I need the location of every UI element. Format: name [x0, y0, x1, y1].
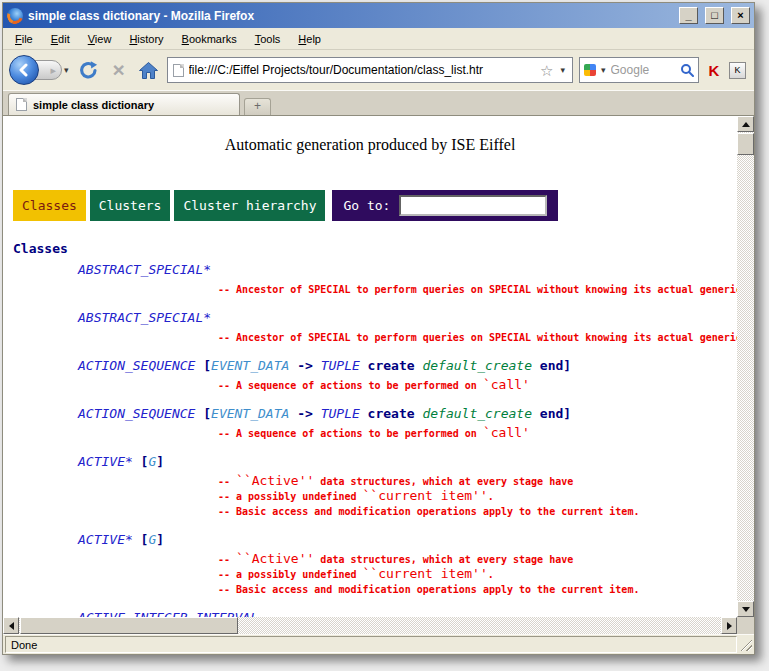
home-icon [138, 61, 159, 80]
keyword: -> [289, 406, 320, 421]
class-link[interactable]: ABSTRACT_SPECIAL* [78, 262, 211, 277]
class-entry-comment: -- Basic access and modification operati… [218, 500, 737, 515]
class-entry: ACTIVE* [G]-- ``Active'' data structures… [78, 454, 737, 515]
menu-history[interactable]: History [120, 30, 172, 48]
new-tab-button[interactable]: + [244, 98, 271, 115]
class-link[interactable]: ACTION_SEQUENCE [78, 406, 195, 421]
vertical-scroll-thumb[interactable] [737, 133, 754, 155]
class-entry-comment: -- a possibly undefined ``current item''… [218, 563, 737, 578]
stop-icon: × [112, 58, 124, 81]
class-entry-title: ACTION_SEQUENCE [EVENT_DATA -> TUPLE cre… [78, 358, 737, 374]
horizontal-scrollbar[interactable] [3, 617, 737, 634]
feature-link[interactable]: default_create [422, 406, 532, 421]
keyword: end] [532, 406, 571, 421]
class-link[interactable]: ACTIVE_INTEGER_INTERVAL [78, 610, 258, 617]
menu-edit[interactable]: Edit [42, 30, 79, 48]
class-link[interactable]: ABSTRACT_SPECIAL* [78, 310, 211, 325]
search-engine-caret[interactable]: ▾ [599, 65, 608, 75]
scroll-left-button[interactable] [3, 617, 19, 634]
title-bar: simple class dictionary - Mozilla Firefo… [3, 3, 754, 28]
class-entry: ACTION_SEQUENCE [EVENT_DATA -> TUPLE cre… [78, 358, 737, 389]
k-toolbar-button[interactable]: K [729, 62, 746, 79]
class-entry-comment: -- A sequence of actions to be performed… [218, 422, 737, 437]
class-entry: ABSTRACT_SPECIAL*-- Ancestor of SPECIAL … [78, 310, 737, 341]
classes-button[interactable]: Classes [13, 190, 86, 221]
menu-bookmarks[interactable]: Bookmarks [173, 30, 246, 48]
left-arrow-icon [9, 622, 14, 630]
class-entry-title: ACTION_SEQUENCE [EVENT_DATA -> TUPLE cre… [78, 406, 737, 422]
tab-label: simple class dictionary [33, 99, 154, 111]
status-bar: Done [3, 634, 754, 654]
generic-param[interactable]: EVENT_DATA [211, 358, 289, 373]
class-link[interactable]: ACTION_SEQUENCE [78, 358, 195, 373]
class-list: ABSTRACT_SPECIAL*-- Ancestor of SPECIAL … [13, 262, 737, 617]
horizontal-scroll-thumb[interactable] [20, 617, 238, 634]
url-text[interactable]: file:///C:/Eiffel Projects/tour/Document… [189, 63, 535, 77]
page-heading: Automatic generation produced by ISE Eif… [13, 136, 727, 154]
back-forward-cluster: ▸ ▾ [9, 55, 71, 85]
minimize-button[interactable]: _ [679, 7, 698, 24]
clusters-button[interactable]: Clusters [90, 190, 171, 221]
resize-grip-icon[interactable] [739, 638, 752, 651]
generic-param[interactable]: EVENT_DATA [211, 406, 289, 421]
feature-link[interactable]: default_create [422, 358, 532, 373]
location-bar[interactable]: file:///C:/Eiffel Projects/tour/Document… [167, 57, 573, 83]
tab-simple-class-dictionary[interactable]: simple class dictionary [8, 93, 240, 115]
right-arrow-icon [727, 622, 732, 630]
home-button[interactable] [137, 61, 161, 80]
menu-tools[interactable]: Tools [246, 30, 290, 48]
class-entry-comment: -- Basic access and modification operati… [218, 578, 737, 593]
keyword: create [360, 406, 423, 421]
scroll-up-button[interactable] [737, 116, 754, 132]
cluster-hierarchy-button[interactable]: Cluster hierarchy [174, 190, 325, 221]
class-link[interactable]: TUPLE [321, 358, 360, 373]
kaspersky-icon[interactable]: K [705, 62, 723, 79]
location-dropdown-caret[interactable]: ▾ [558, 65, 567, 75]
history-dropdown-caret[interactable]: ▾ [62, 65, 71, 75]
window-title: simple class dictionary - Mozilla Firefo… [28, 9, 672, 23]
keyword: ] [156, 454, 164, 469]
class-entry-comment: -- a possibly undefined ``current item''… [218, 485, 737, 500]
page-icon [173, 64, 184, 77]
close-button[interactable]: × [731, 7, 750, 24]
menu-file[interactable]: File [6, 30, 42, 48]
stop-button[interactable]: × [107, 59, 131, 81]
status-text: Done [5, 636, 737, 653]
search-input[interactable]: Google [611, 63, 677, 77]
keyword: create [360, 358, 423, 373]
class-entry-comment: -- Ancestor of SPECIAL to perform querie… [218, 326, 737, 341]
firefox-icon [7, 8, 23, 24]
bookmark-star-icon[interactable]: ☆ [540, 63, 553, 78]
keyword: end] [532, 358, 571, 373]
vertical-scrollbar[interactable] [737, 116, 754, 617]
browser-window: simple class dictionary - Mozilla Firefo… [2, 2, 755, 655]
maximize-button[interactable]: □ [705, 7, 724, 24]
class-entry-comment: -- Ancestor of SPECIAL to perform querie… [218, 278, 737, 293]
class-entry-title: ACTIVE_INTEGER_INTERVAL [78, 610, 737, 617]
section-title-classes: Classes [13, 241, 737, 256]
up-arrow-icon [742, 122, 750, 127]
reload-button[interactable] [77, 60, 101, 81]
scroll-down-button[interactable] [737, 601, 754, 617]
menu-help[interactable]: Help [289, 30, 330, 48]
back-button[interactable] [9, 55, 39, 85]
keyword: [ [195, 406, 211, 421]
class-entry-title: ACTIVE* [G] [78, 454, 737, 470]
class-entry: ACTIVE* [G]-- ``Active'' data structures… [78, 532, 737, 593]
tab-strip: simple class dictionary + [3, 90, 754, 115]
keyword: ] [156, 532, 164, 547]
search-bar[interactable]: ▾ Google [579, 57, 699, 83]
class-link[interactable]: TUPLE [321, 406, 360, 421]
class-link[interactable]: ACTIVE* [78, 532, 133, 547]
down-arrow-icon [742, 607, 750, 612]
menu-view[interactable]: View [79, 30, 121, 48]
scroll-right-button[interactable] [721, 617, 737, 634]
content-area: Automatic generation produced by ISE Eif… [3, 115, 754, 634]
google-icon [584, 64, 596, 76]
class-link[interactable]: ACTIVE* [78, 454, 133, 469]
class-entry-comment: -- A sequence of actions to be performed… [218, 374, 737, 389]
search-magnifier-icon[interactable] [680, 63, 694, 77]
keyword: [ [133, 454, 149, 469]
goto-input[interactable] [399, 195, 547, 216]
comment-text: -- Basic access and modification operati… [218, 506, 639, 517]
